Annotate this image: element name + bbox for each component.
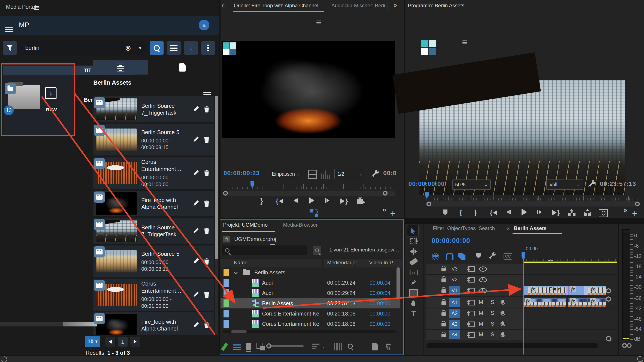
program-zoom-dropdown[interactable]: 50 %⌄ [452,180,491,190]
track-select-tool[interactable] [405,236,422,246]
search-caret-icon[interactable]: ▾ [139,45,142,51]
asset-delete-button[interactable] [204,321,210,330]
track-target-button[interactable]: V3 [449,264,460,273]
track-source-patch-icon[interactable] [468,266,475,272]
project-row[interactable]: Audi00:00:29:2400:00:04 [220,278,400,288]
track-voiceover-icon[interactable] [502,311,504,314]
asset-delete-button[interactable] [204,227,210,236]
col-video-in[interactable]: Video In-P [369,260,393,266]
mp-hamburger-icon[interactable] [5,28,13,32]
asset-list-scrollbar-thumb[interactable] [215,96,218,259]
source-fit-dropdown[interactable]: Einpassen⌄ [269,169,303,179]
program-panel-menu-icon[interactable] [462,41,467,44]
project-row[interactable]: Audi00:00:29:2400:00:04 [220,288,400,298]
source-zoom-scrollbar[interactable] [223,191,395,196]
track-solo-button[interactable]: S [491,299,494,305]
program-transport-overflow-icon[interactable]: » [624,206,627,214]
track-lock-icon[interactable] [442,312,446,316]
track-solo-button[interactable]: S [491,331,494,337]
hand-tool[interactable] [405,299,422,308]
timeline-video-clip[interactable] [584,286,588,295]
track-lane[interactable] [523,330,618,340]
asset-card[interactable]: Berlin Source 7_TriggerTask [93,96,214,122]
track-header[interactable]: A4MS [426,330,523,340]
asset-delete-button[interactable] [204,136,210,144]
grid-hscrollbar[interactable] [0,322,97,326]
source-tab-active[interactable]: Quelle: Fire_loop with Alpha Channel [234,3,318,9]
program-timecode[interactable]: 00:00:00:00 [408,180,445,187]
zoom-handle-right[interactable] [383,191,388,196]
mp-search-button[interactable] [150,41,164,55]
timeline-tab-active[interactable]: Berlin Assets [514,225,546,231]
track-source-patch-icon[interactable] [468,321,475,327]
mark-out-button[interactable]: } [260,197,263,205]
meter-indicator-left[interactable] [622,343,627,348]
asset-card[interactable]: Corus Entertainment…00:00:00:00 - 00:01:… [93,157,214,189]
asset-delete-button[interactable] [204,291,210,299]
prev-page-button[interactable] [105,337,115,346]
track-toggle-output-icon[interactable] [479,288,487,293]
asset-delete-button[interactable] [204,200,210,208]
track-lock-icon[interactable] [442,301,446,305]
mp-download-button[interactable]: ↓ [184,41,198,55]
source-transport-overflow-icon[interactable]: » [382,206,386,214]
pen-tool[interactable] [405,278,422,287]
program-tab[interactable]: Programm: Berlin Assets [408,3,464,9]
timeline-timecode[interactable]: 00:00:00:00 [432,237,470,245]
step-back-button[interactable] [294,198,298,203]
captions-icon[interactable]: CC [504,253,512,260]
track-lock-icon[interactable] [442,323,446,326]
icon-view-button[interactable] [246,343,251,350]
track-target-button[interactable]: A4 [449,330,460,339]
timeline-audio-clip[interactable] [584,298,588,307]
insert-button[interactable] [357,197,366,205]
program-add-button[interactable]: + [632,208,638,219]
find-button[interactable] [313,246,321,255]
go-to-in-button[interactable]: { [276,197,283,205]
asset-delete-button[interactable] [204,105,210,114]
asset-edit-button[interactable] [193,169,200,177]
source-video-frame[interactable] [222,41,395,138]
timeline-tab-inactive[interactable]: Filter_ObjectTypes_Search [433,225,495,231]
track-header[interactable]: V3 [426,264,523,275]
project-hscrollbar[interactable] [222,330,396,333]
project-vscrollbar-thumb[interactable] [396,267,400,299]
project-tab-active[interactable]: Projekt: UGMDemo [223,222,268,228]
asset-edit-button[interactable] [193,200,200,207]
track-header[interactable]: V2 [426,275,523,285]
page-size-dropdown[interactable]: 10 ▾ [85,336,100,347]
mp-avatar[interactable]: a [199,20,210,31]
track-mute-button[interactable]: M [479,331,483,337]
source-panel-menu-icon[interactable] [316,21,321,24]
track-target-button[interactable]: V2 [449,275,460,284]
track-solo-button[interactable]: S [491,310,494,316]
delete-button[interactable] [385,343,392,351]
media-portal-panel-menu-icon[interactable] [34,6,39,10]
linked-selection-icon[interactable] [458,252,466,260]
source-tab-overflow-icon[interactable]: » [394,1,397,9]
source-timecode[interactable]: 00:00:00:23 [224,170,260,177]
slip-tool[interactable]: |↔| [405,267,422,277]
selection-tool[interactable] [407,225,419,237]
tab-collection-active[interactable] [93,60,148,75]
audio-mixer-tab[interactable]: Audioclip-Mischer: Berli [332,3,385,9]
program-quality-dropdown[interactable]: Voll⌄ [546,180,583,190]
automate-sequence-button[interactable] [334,343,342,350]
program-zoom-handle-left[interactable] [426,202,431,206]
timeline-video-clip[interactable]: fx [568,286,584,295]
timeline-video-clip[interactable] [566,286,568,295]
sort-button[interactable] [312,343,320,350]
asset-card[interactable]: Berlin Source 500:00:00;00 - 00:00:08;15 [93,245,214,277]
track-target-button[interactable]: A3 [449,319,460,328]
track-scroll-handle-1[interactable] [606,288,611,293]
media-browser-tab[interactable]: Media-Browser [283,222,318,228]
zoom-slider[interactable] [269,345,304,347]
extract-button[interactable] [583,209,592,216]
program-video-frame[interactable] [419,80,625,195]
row-expand-chevron[interactable] [234,271,237,275]
track-lane[interactable] [523,308,618,319]
program-wrench-icon[interactable] [588,180,596,188]
project-row[interactable]: Corus Entertainment Ke00:20:18:0600:00:0… [220,319,400,329]
asset-card[interactable]: Corus Entertainment…00:00:00:00 - 00:01:… [93,279,214,311]
col-name[interactable]: Name [234,260,248,266]
